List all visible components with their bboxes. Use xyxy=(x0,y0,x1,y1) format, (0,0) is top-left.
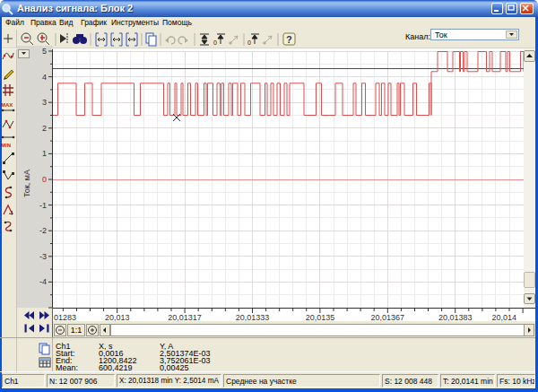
svg-text:-3: -3 xyxy=(39,252,47,261)
svg-text:1: 1 xyxy=(42,149,47,158)
svg-text:-2: -2 xyxy=(39,226,47,235)
svg-text:4: 4 xyxy=(42,73,47,82)
svg-text:0: 0 xyxy=(42,175,47,184)
svg-text:0: 0 xyxy=(213,39,217,46)
svg-text:-1: -1 xyxy=(39,201,47,210)
svg-text:?: ? xyxy=(286,34,292,45)
svg-text:-4: -4 xyxy=(39,277,47,286)
svg-text:2: 2 xyxy=(42,124,47,133)
svg-text:5: 5 xyxy=(42,47,47,56)
svg-text:0: 0 xyxy=(247,39,251,46)
svg-text:3: 3 xyxy=(42,98,47,107)
